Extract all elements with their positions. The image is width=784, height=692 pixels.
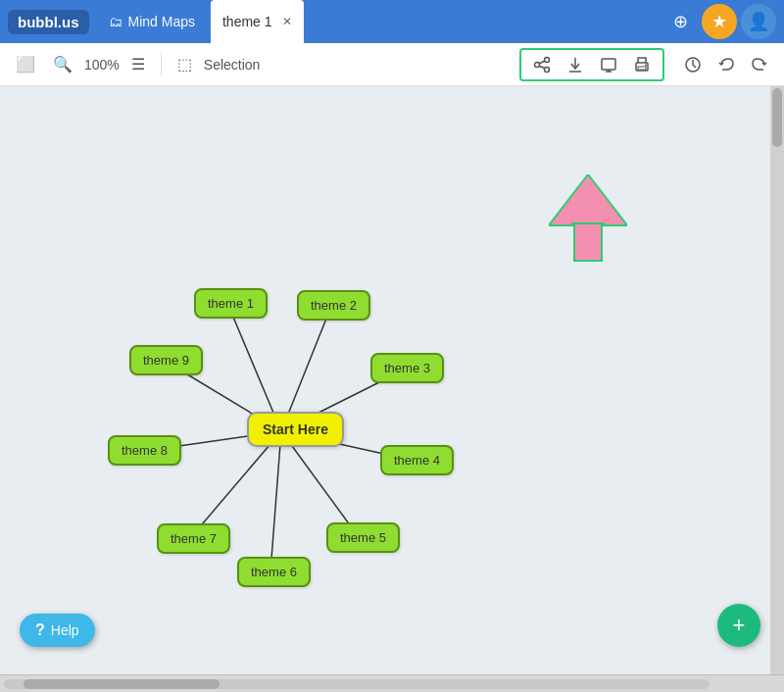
branch-node-theme4[interactable]: theme 4	[380, 445, 454, 475]
frame-btn[interactable]: ⬜	[10, 51, 41, 77]
history-group	[678, 52, 774, 77]
svg-point-2	[535, 62, 540, 67]
undo-btn[interactable]	[711, 52, 741, 77]
branch-node-theme2[interactable]: theme 2	[297, 290, 370, 321]
logo-text: bubbl.us	[18, 14, 79, 30]
logo[interactable]: bubbl.us	[8, 10, 89, 34]
horizontal-scrollbar-thumb[interactable]	[24, 679, 220, 689]
arrow-annotation	[549, 174, 627, 263]
branch-node-theme7[interactable]: theme 7	[157, 523, 230, 554]
svg-line-19	[270, 431, 281, 571]
print-action-btn[interactable]	[625, 52, 659, 77]
redo-btn[interactable]	[745, 52, 774, 77]
branch-node-theme1[interactable]: theme 1	[194, 288, 268, 319]
svg-point-0	[545, 57, 550, 62]
history-btn[interactable]	[678, 52, 708, 77]
add-icon: +	[733, 613, 746, 638]
vertical-scrollbar-thumb[interactable]	[772, 88, 782, 147]
help-label: Help	[51, 622, 79, 638]
share-icon-btn[interactable]: ⊕	[662, 4, 698, 39]
mindmaps-tab[interactable]: 🗂 Mind Maps	[97, 8, 207, 35]
action-group	[519, 48, 664, 81]
toolbar-separator-1	[161, 53, 162, 76]
svg-line-18	[281, 431, 359, 537]
svg-point-1	[545, 67, 550, 72]
zoom-level: 100%	[84, 57, 120, 73]
share-action-btn[interactable]	[525, 52, 559, 77]
star-icon-btn[interactable]: ★	[702, 4, 737, 39]
mindmaps-tab-label: Mind Maps	[128, 14, 195, 29]
center-node[interactable]: Start Here	[247, 412, 344, 447]
download-action-btn[interactable]	[559, 52, 592, 77]
toolbar: ⬜ 🔍 100% ☰ ⬚ Selection	[0, 43, 784, 86]
selection-label: Selection	[204, 57, 261, 73]
svg-marker-24	[549, 174, 627, 225]
help-icon: ?	[35, 621, 45, 639]
menu-btn[interactable]: ☰	[125, 51, 151, 77]
svg-line-4	[539, 66, 545, 69]
active-tab[interactable]: theme 1 ✕	[211, 0, 304, 43]
mindmaps-tab-icon: 🗂	[109, 14, 122, 29]
svg-point-12	[645, 64, 647, 66]
selection-btn[interactable]: ⬚	[172, 51, 198, 77]
vertical-scrollbar[interactable]	[770, 86, 784, 674]
branch-node-theme9[interactable]: theme 9	[129, 345, 203, 375]
svg-line-20	[191, 431, 281, 537]
svg-rect-7	[602, 59, 615, 70]
tab-close-icon[interactable]: ✕	[282, 15, 292, 28]
branch-node-theme8[interactable]: theme 8	[108, 435, 181, 466]
horizontal-scrollbar-bar[interactable]	[0, 674, 784, 692]
add-button[interactable]: +	[717, 604, 760, 647]
screen-action-btn[interactable]	[592, 52, 625, 77]
svg-rect-23	[574, 223, 602, 261]
horizontal-scrollbar-track[interactable]	[4, 679, 710, 689]
svg-rect-11	[638, 67, 646, 70]
active-tab-label: theme 1	[222, 14, 272, 29]
user-icon-btn[interactable]: 👤	[741, 4, 776, 39]
svg-line-3	[539, 61, 545, 64]
branch-node-theme6[interactable]: theme 6	[237, 557, 311, 587]
canvas-area[interactable]: Start Here theme 1 theme 2 theme 3 theme…	[0, 86, 784, 674]
zoom-btn[interactable]: 🔍	[47, 51, 78, 77]
branch-node-theme5[interactable]: theme 5	[326, 522, 400, 553]
branch-node-theme3[interactable]: theme 3	[370, 353, 444, 383]
top-navigation-bar: bubbl.us 🗂 Mind Maps theme 1 ✕ ⊕ ★ 👤	[0, 0, 784, 43]
help-button[interactable]: ? Help	[20, 614, 95, 647]
